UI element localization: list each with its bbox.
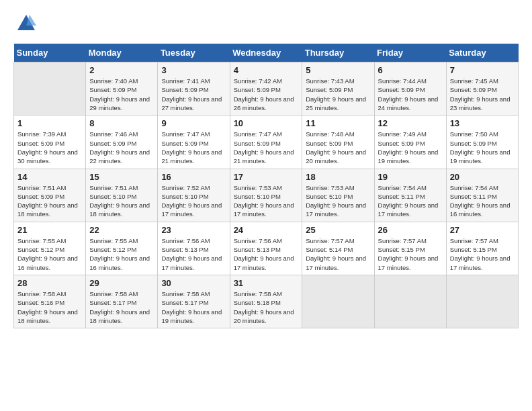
day-info: Sunrise: 7:48 AMSunset: 5:09 PMDaylight:… — [306, 130, 370, 165]
day-number: 13 — [450, 118, 515, 128]
day-info: Sunrise: 7:41 AMSunset: 5:09 PMDaylight:… — [161, 77, 226, 112]
day-info: Sunrise: 7:58 AMSunset: 5:18 PMDaylight:… — [234, 289, 299, 325]
day-cell-5: 5Sunrise: 7:43 AMSunset: 5:09 PMDaylight… — [302, 62, 374, 116]
day-info: Sunrise: 7:56 AMSunset: 5:13 PMDaylight:… — [234, 236, 299, 272]
day-number: 12 — [378, 118, 443, 128]
day-cell-23: 23Sunrise: 7:56 AMSunset: 5:13 PMDayligh… — [158, 222, 230, 275]
header-row: SundayMondayTuesdayWednesdayThursdayFrid… — [14, 44, 519, 62]
day-number: 26 — [378, 225, 443, 235]
logo-icon — [16, 13, 36, 34]
day-info: Sunrise: 7:57 AMSunset: 5:14 PMDaylight:… — [306, 236, 370, 272]
day-number: 15 — [89, 172, 154, 182]
day-info: Sunrise: 7:58 AMSunset: 5:17 PMDaylight:… — [89, 289, 154, 325]
day-number: 8 — [89, 118, 154, 128]
day-cell-24: 24Sunrise: 7:56 AMSunset: 5:13 PMDayligh… — [230, 222, 302, 275]
day-cell-4: 4Sunrise: 7:42 AMSunset: 5:09 PMDaylight… — [230, 62, 302, 116]
day-number: 28 — [17, 278, 82, 288]
day-cell-3: 3Sunrise: 7:41 AMSunset: 5:09 PMDaylight… — [158, 62, 230, 116]
day-cell-2: 2Sunrise: 7:40 AMSunset: 5:09 PMDaylight… — [86, 62, 158, 116]
day-cell-15: 15Sunrise: 7:51 AMSunset: 5:10 PMDayligh… — [86, 169, 158, 222]
day-number: 29 — [89, 278, 154, 288]
empty-cell — [374, 275, 446, 328]
day-info: Sunrise: 7:57 AMSunset: 5:15 PMDaylight:… — [378, 236, 443, 272]
day-info: Sunrise: 7:53 AMSunset: 5:10 PMDaylight:… — [234, 183, 299, 219]
day-info: Sunrise: 7:49 AMSunset: 5:09 PMDaylight:… — [378, 130, 443, 165]
empty-cell — [14, 62, 86, 116]
day-cell-11: 11Sunrise: 7:48 AMSunset: 5:09 PMDayligh… — [302, 116, 374, 169]
page-header — [13, 13, 519, 37]
day-number: 16 — [161, 172, 226, 182]
day-number: 22 — [89, 225, 154, 235]
day-info: Sunrise: 7:45 AMSunset: 5:09 PMDaylight:… — [450, 77, 515, 112]
day-number: 27 — [450, 225, 515, 235]
day-number: 21 — [17, 225, 82, 235]
header-cell-sunday: Sunday — [14, 44, 86, 62]
empty-cell — [302, 275, 374, 328]
day-cell-8: 8Sunrise: 7:46 AMSunset: 5:09 PMDaylight… — [86, 116, 158, 169]
day-cell-22: 22Sunrise: 7:55 AMSunset: 5:12 PMDayligh… — [86, 222, 158, 275]
day-cell-31: 31Sunrise: 7:58 AMSunset: 5:18 PMDayligh… — [230, 275, 302, 328]
day-cell-18: 18Sunrise: 7:53 AMSunset: 5:10 PMDayligh… — [302, 169, 374, 222]
day-cell-21: 21Sunrise: 7:55 AMSunset: 5:12 PMDayligh… — [14, 222, 86, 275]
day-number: 30 — [161, 278, 226, 288]
day-number: 23 — [161, 225, 226, 235]
header-cell-thursday: Thursday — [302, 44, 374, 62]
logo — [13, 13, 36, 37]
day-cell-1: 1Sunrise: 7:39 AMSunset: 5:09 PMDaylight… — [14, 116, 86, 169]
day-info: Sunrise: 7:55 AMSunset: 5:12 PMDaylight:… — [89, 236, 154, 272]
day-number: 4 — [234, 65, 299, 75]
day-info: Sunrise: 7:58 AMSunset: 5:16 PMDaylight:… — [17, 289, 82, 325]
day-info: Sunrise: 7:51 AMSunset: 5:10 PMDaylight:… — [89, 183, 154, 219]
day-info: Sunrise: 7:57 AMSunset: 5:15 PMDaylight:… — [450, 236, 515, 272]
calendar-week-1: 2Sunrise: 7:40 AMSunset: 5:09 PMDaylight… — [14, 62, 519, 116]
day-info: Sunrise: 7:52 AMSunset: 5:10 PMDaylight:… — [161, 183, 226, 219]
day-number: 20 — [450, 172, 515, 182]
day-number: 3 — [161, 65, 226, 75]
day-cell-13: 13Sunrise: 7:50 AMSunset: 5:09 PMDayligh… — [446, 116, 518, 169]
empty-cell — [446, 275, 518, 328]
day-number: 6 — [378, 65, 443, 75]
day-number: 19 — [378, 172, 443, 182]
day-info: Sunrise: 7:54 AMSunset: 5:11 PMDaylight:… — [378, 183, 443, 219]
day-info: Sunrise: 7:40 AMSunset: 5:09 PMDaylight:… — [89, 77, 154, 112]
day-number: 18 — [306, 172, 370, 182]
header-cell-friday: Friday — [374, 44, 446, 62]
day-cell-25: 25Sunrise: 7:57 AMSunset: 5:14 PMDayligh… — [302, 222, 374, 275]
header-cell-wednesday: Wednesday — [230, 44, 302, 62]
day-info: Sunrise: 7:56 AMSunset: 5:13 PMDaylight:… — [161, 236, 226, 272]
day-info: Sunrise: 7:53 AMSunset: 5:10 PMDaylight:… — [306, 183, 370, 219]
calendar-table: SundayMondayTuesdayWednesdayThursdayFrid… — [13, 44, 519, 328]
day-cell-26: 26Sunrise: 7:57 AMSunset: 5:15 PMDayligh… — [374, 222, 446, 275]
calendar-week-4: 21Sunrise: 7:55 AMSunset: 5:12 PMDayligh… — [14, 222, 519, 275]
day-cell-29: 29Sunrise: 7:58 AMSunset: 5:17 PMDayligh… — [86, 275, 158, 328]
day-number: 11 — [306, 118, 370, 128]
day-cell-19: 19Sunrise: 7:54 AMSunset: 5:11 PMDayligh… — [374, 169, 446, 222]
day-number: 10 — [234, 118, 299, 128]
day-number: 17 — [234, 172, 299, 182]
day-info: Sunrise: 7:44 AMSunset: 5:09 PMDaylight:… — [378, 77, 443, 112]
day-cell-16: 16Sunrise: 7:52 AMSunset: 5:10 PMDayligh… — [158, 169, 230, 222]
header-cell-tuesday: Tuesday — [158, 44, 230, 62]
day-info: Sunrise: 7:46 AMSunset: 5:09 PMDaylight:… — [89, 130, 154, 165]
calendar-week-5: 28Sunrise: 7:58 AMSunset: 5:16 PMDayligh… — [14, 275, 519, 328]
calendar-week-2: 1Sunrise: 7:39 AMSunset: 5:09 PMDaylight… — [14, 116, 519, 169]
day-cell-6: 6Sunrise: 7:44 AMSunset: 5:09 PMDaylight… — [374, 62, 446, 116]
day-number: 31 — [234, 278, 299, 288]
day-info: Sunrise: 7:47 AMSunset: 5:09 PMDaylight:… — [161, 130, 226, 165]
day-info: Sunrise: 7:39 AMSunset: 5:09 PMDaylight:… — [17, 130, 82, 165]
day-cell-20: 20Sunrise: 7:54 AMSunset: 5:11 PMDayligh… — [446, 169, 518, 222]
day-info: Sunrise: 7:58 AMSunset: 5:17 PMDaylight:… — [161, 289, 226, 325]
day-info: Sunrise: 7:43 AMSunset: 5:09 PMDaylight:… — [306, 77, 370, 112]
day-number: 9 — [161, 118, 226, 128]
calendar-week-3: 14Sunrise: 7:51 AMSunset: 5:09 PMDayligh… — [14, 169, 519, 222]
day-number: 7 — [450, 65, 515, 75]
day-number: 24 — [234, 225, 299, 235]
day-info: Sunrise: 7:55 AMSunset: 5:12 PMDaylight:… — [17, 236, 82, 272]
day-info: Sunrise: 7:42 AMSunset: 5:09 PMDaylight:… — [234, 77, 299, 112]
day-cell-12: 12Sunrise: 7:49 AMSunset: 5:09 PMDayligh… — [374, 116, 446, 169]
day-cell-28: 28Sunrise: 7:58 AMSunset: 5:16 PMDayligh… — [14, 275, 86, 328]
day-cell-7: 7Sunrise: 7:45 AMSunset: 5:09 PMDaylight… — [446, 62, 518, 116]
day-cell-30: 30Sunrise: 7:58 AMSunset: 5:17 PMDayligh… — [158, 275, 230, 328]
day-info: Sunrise: 7:50 AMSunset: 5:09 PMDaylight:… — [450, 130, 515, 165]
header-cell-saturday: Saturday — [446, 44, 518, 62]
